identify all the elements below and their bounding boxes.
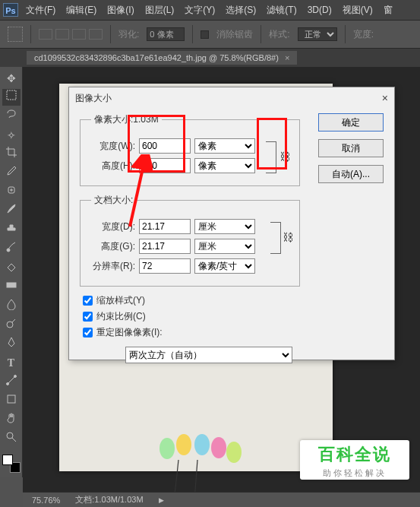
- height-unit-select[interactable]: 像素: [194, 158, 255, 173]
- menu-3d[interactable]: 3D(D): [305, 5, 335, 15]
- resolution-input[interactable]: [139, 258, 191, 274]
- style-label: 样式:: [269, 28, 289, 41]
- doc-width-input[interactable]: [139, 219, 191, 234]
- auto-button[interactable]: 自动(A)...: [318, 165, 384, 183]
- magic-wand-tool-icon[interactable]: ✧: [2, 127, 21, 144]
- constrain-proportions-checkbox[interactable]: [83, 312, 93, 322]
- brush-tool-icon[interactable]: [2, 203, 21, 220]
- stamp-tool-icon[interactable]: [2, 222, 21, 239]
- history-brush-tool-icon[interactable]: [2, 241, 21, 258]
- pen-tool-icon[interactable]: [2, 336, 21, 353]
- menu-file[interactable]: 文件(F): [23, 4, 58, 17]
- separator: [261, 25, 261, 43]
- dodge-tool-icon[interactable]: [2, 317, 21, 334]
- dialog-titlebar[interactable]: 图像大小 ×: [69, 87, 394, 109]
- gradient-tool-icon[interactable]: [2, 279, 21, 296]
- hand-tool-icon[interactable]: [2, 412, 21, 429]
- menu-type[interactable]: 文字(Y): [182, 4, 218, 17]
- interpolation-select[interactable]: 两次立方（自动）: [125, 347, 292, 363]
- healing-tool-icon[interactable]: [2, 184, 21, 201]
- toolbox: ✥ ✧ T: [0, 67, 23, 477]
- separator: [110, 25, 111, 43]
- options-bar: 羽化: 消除锯齿 样式: 正常 宽度:: [0, 20, 420, 49]
- document-tab[interactable]: cd1099532c83432896c3ba17e61ea942_th.jpg …: [27, 51, 297, 65]
- type-tool-icon[interactable]: T: [2, 355, 21, 372]
- dialog-body: 像素大小:1.03M 宽度(W): 像素 高度(H): 像素 ⛓ 文档大小: 宽…: [69, 109, 394, 371]
- move-tool-icon[interactable]: ✥: [2, 70, 21, 87]
- feather-input[interactable]: [147, 27, 185, 41]
- marquee-tool-icon[interactable]: [2, 89, 21, 106]
- width-unit-select[interactable]: 像素: [194, 138, 255, 154]
- ps-logo-icon: Ps: [3, 3, 18, 17]
- crop-tool-icon[interactable]: [2, 146, 21, 163]
- selection-subtract-icon[interactable]: [72, 29, 86, 40]
- svg-point-8: [7, 433, 13, 439]
- document-size-legend: 文档大小:: [91, 194, 136, 207]
- menu-view[interactable]: 视图(V): [339, 4, 376, 17]
- document-size-group: 文档大小: 宽度(D): 厘米 高度(G): 厘米 分辨率(R): 像素/英寸 …: [80, 194, 300, 287]
- width-label: 宽度:: [353, 28, 374, 41]
- height-input[interactable]: [139, 158, 191, 173]
- constrain-link-icon[interactable]: ⛓: [283, 231, 293, 243]
- menu-bar: Ps 文件(F) 编辑(E) 图像(I) 图层(L) 文字(Y) 选择(S) 滤…: [0, 0, 420, 20]
- width-label: 宽度(W):: [91, 140, 135, 153]
- antialias-checkbox[interactable]: [201, 30, 209, 39]
- zoom-tool-icon[interactable]: [2, 431, 21, 448]
- resample-checkbox[interactable]: [83, 328, 93, 337]
- document-tab-title: cd1099532c83432896c3ba17e61ea942_th.jpg …: [34, 53, 279, 62]
- doc-width-unit-select[interactable]: 厘米: [194, 219, 255, 234]
- resample-label: 重定图像像素(I):: [96, 326, 163, 339]
- antialias-label: 消除锯齿: [216, 28, 253, 41]
- menu-edit[interactable]: 编辑(E): [63, 4, 99, 17]
- interpolation-row: 两次立方（自动）: [125, 347, 387, 363]
- doc-height-input[interactable]: [139, 239, 191, 254]
- image-size-dialog: 图像大小 × 像素大小:1.03M 宽度(W): 像素 高度(H): 像素 ⛓ …: [68, 87, 395, 360]
- scale-styles-checkbox[interactable]: [83, 296, 93, 306]
- feather-label: 羽化:: [118, 28, 139, 41]
- style-select[interactable]: 正常: [298, 27, 337, 41]
- link-bracket-icon: [270, 222, 281, 254]
- eraser-tool-icon[interactable]: [2, 260, 21, 277]
- watermark-badge: 百科全说 助你轻松解决: [300, 440, 409, 480]
- selection-new-icon[interactable]: [39, 29, 52, 40]
- svg-point-4: [7, 322, 13, 328]
- menu-filter[interactable]: 滤镜(T): [264, 4, 299, 17]
- close-icon[interactable]: ×: [285, 53, 289, 62]
- doc-height-unit-select[interactable]: 厘米: [194, 239, 255, 254]
- constrain-proportions-label: 约束比例(C): [96, 310, 146, 323]
- menu-image[interactable]: 图像(I): [104, 4, 137, 17]
- width-input[interactable]: [139, 138, 191, 154]
- color-swatches[interactable]: [2, 455, 21, 473]
- chevron-right-icon[interactable]: ▶: [159, 496, 164, 504]
- status-bar: 75.76% 文档:1.03M/1.03M ▶: [23, 492, 420, 507]
- pixel-dimensions-group: 像素大小:1.03M 宽度(W): 像素 高度(H): 像素 ⛓: [80, 113, 300, 186]
- menu-select[interactable]: 选择(S): [223, 4, 259, 17]
- selection-add-icon[interactable]: [55, 29, 69, 40]
- document-tab-bar: cd1099532c83432896c3ba17e61ea942_th.jpg …: [0, 49, 420, 67]
- path-tool-icon[interactable]: [2, 374, 21, 391]
- height-label: 高度(H):: [91, 160, 135, 173]
- blur-tool-icon[interactable]: [2, 298, 21, 315]
- constrain-link-icon[interactable]: ⛓: [279, 151, 290, 163]
- scale-styles-label: 缩放样式(Y): [96, 294, 145, 307]
- close-icon[interactable]: ×: [382, 92, 388, 104]
- document-info: 文档:1.03M/1.03M: [75, 494, 143, 505]
- lasso-tool-icon[interactable]: [2, 108, 21, 125]
- foreground-color-swatch[interactable]: [2, 455, 13, 465]
- selection-intersect-icon[interactable]: [89, 29, 103, 40]
- cancel-button[interactable]: 取消: [318, 139, 384, 157]
- menu-window[interactable]: 窗: [381, 4, 396, 17]
- link-bracket-icon: [266, 141, 276, 173]
- resolution-unit-select[interactable]: 像素/英寸: [194, 258, 255, 274]
- svg-point-2: [7, 249, 10, 252]
- svg-rect-0: [7, 90, 16, 100]
- ok-button[interactable]: 确定: [318, 113, 384, 132]
- shape-tool-icon[interactable]: [2, 393, 21, 410]
- doc-height-label: 高度(G):: [91, 240, 135, 253]
- svg-rect-3: [7, 283, 16, 287]
- menu-layer[interactable]: 图层(L): [142, 4, 178, 17]
- zoom-level[interactable]: 75.76%: [32, 496, 60, 505]
- marquee-tool-icon[interactable]: [8, 27, 23, 42]
- separator: [192, 25, 193, 43]
- eyedropper-tool-icon[interactable]: [2, 165, 21, 182]
